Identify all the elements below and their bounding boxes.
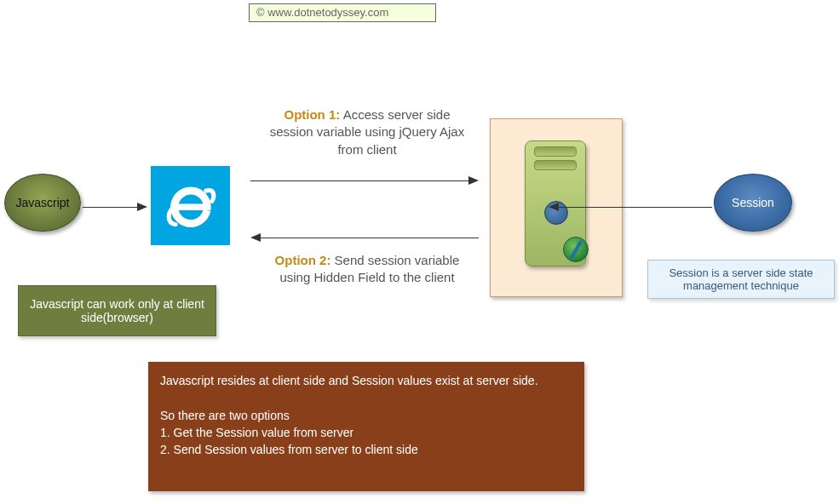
option-1-lead: Option 1: — [284, 107, 340, 122]
attribution-box: © www.dotnetodyssey.com — [249, 3, 436, 22]
option-2-lead: Option 2: — [275, 253, 331, 267]
ie-logo-icon — [164, 179, 218, 233]
note-line-4: 2. Send Session values from server to cl… — [160, 441, 572, 458]
javascript-caption: Javascript can work only at client side(… — [18, 285, 216, 336]
javascript-node: Javascript — [4, 174, 81, 232]
arrow-head-icon — [250, 233, 261, 242]
note-line-1: Javascript resides at client side and Se… — [160, 372, 572, 389]
arrow-head-icon — [549, 203, 559, 211]
arrow-js-to-browser — [83, 203, 147, 211]
note-line-3: 1. Get the Session value from server — [160, 424, 572, 441]
arrow-line — [83, 207, 137, 208]
session-caption-text: Session is a server side state managemen… — [658, 266, 824, 292]
attribution-text: © www.dotnetodyssey.com — [256, 6, 388, 19]
server-globe-icon — [563, 237, 589, 262]
session-node: Session — [714, 174, 792, 232]
session-caption: Session is a server side state managemen… — [647, 260, 835, 299]
server-slot-icon — [534, 146, 577, 157]
arrow-session-to-server — [549, 203, 712, 211]
arrow-browser-to-server — [250, 176, 479, 185]
arrow-line — [261, 238, 479, 238]
note-line-2: So there are two options — [160, 407, 572, 424]
arrow-server-to-browser — [250, 233, 479, 242]
browser-ie-icon — [151, 166, 230, 245]
arrow-head-icon — [468, 176, 479, 185]
arrow-line — [559, 207, 712, 208]
arrow-line — [250, 180, 468, 181]
session-node-label: Session — [732, 196, 774, 209]
explanation-note: Javascript resides at client side and Se… — [148, 362, 584, 491]
javascript-caption-text: Javascript can work only at client side(… — [27, 297, 207, 324]
javascript-node-label: Javascript — [15, 196, 69, 209]
option-2-label: Option 2: Send session variable using Hi… — [261, 252, 474, 287]
arrow-head-icon — [137, 203, 147, 211]
server-slot-icon — [534, 160, 577, 170]
option-1-label: Option 1: Access server side session var… — [261, 106, 474, 158]
